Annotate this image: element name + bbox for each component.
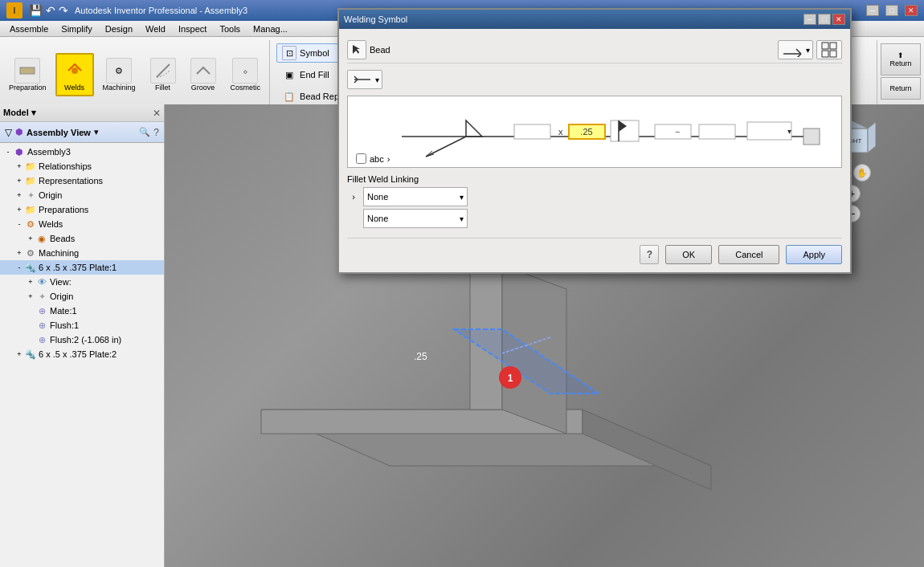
assembly-view-label[interactable]: Assembly View xyxy=(27,128,91,137)
symbol-label: Symbol xyxy=(300,48,329,58)
tree-item-part1[interactable]: - 🔩 6 x .5 x .375 Plate:1 xyxy=(0,260,164,275)
pan-button[interactable]: ✋ xyxy=(853,164,871,182)
tree-item-flush2[interactable]: ⊕ Flush:2 (-1.068 in) xyxy=(0,332,164,347)
help-icon-panel[interactable]: ? xyxy=(153,127,159,138)
model-tree: - ⬢ Assembly3 + 📁 Relationships + 📁 Repr… xyxy=(0,143,164,567)
origin1-label: Origin xyxy=(50,292,73,301)
menu-simplify[interactable]: Simplify xyxy=(55,22,99,35)
flip-tool-btn[interactable]: ▾ xyxy=(347,70,382,89)
svg-rect-0 xyxy=(20,67,35,74)
mate1-expander[interactable] xyxy=(26,306,35,316)
menu-weld[interactable]: Weld xyxy=(139,22,172,35)
cosmetic-button[interactable]: ⬦ Cosmetic xyxy=(225,54,267,96)
ok-button[interactable]: OK xyxy=(665,245,712,264)
assembly3-expander[interactable]: - xyxy=(3,147,13,157)
arrow-tool-btn[interactable]: ▾ xyxy=(778,40,813,59)
tree-item-part2[interactable]: + 🔩 6 x .5 x .375 Plate:2 xyxy=(0,347,164,361)
app-minimize-btn[interactable]: ─ xyxy=(866,5,879,16)
cancel-button[interactable]: Cancel xyxy=(718,245,779,264)
fillet-dropdown-1[interactable]: None ▾ xyxy=(363,187,468,206)
dialog-close-btn[interactable]: ✕ xyxy=(832,14,845,25)
tree-item-assembly3[interactable]: - ⬢ Assembly3 xyxy=(0,145,164,159)
svg-text:x: x xyxy=(558,127,563,137)
preparations-label: Preparations xyxy=(39,205,88,214)
assembly3-label: Assembly3 xyxy=(27,147,71,157)
assembly-view-chevron-icon[interactable]: ▾ xyxy=(94,127,99,137)
dialog-title: Welding Symbol xyxy=(344,14,407,24)
tree-item-relationships[interactable]: + 📁 Relationships xyxy=(0,159,164,173)
svg-rect-38 xyxy=(747,122,791,140)
fillet-row-2-spacer xyxy=(347,212,360,225)
fillet-button[interactable]: Fillet xyxy=(145,54,182,96)
select-tool-btn[interactable] xyxy=(347,40,366,59)
tree-item-beads[interactable]: + ◉ Beads xyxy=(0,231,164,246)
abc-checkbox[interactable] xyxy=(356,153,366,164)
symbol-icon: ⊡ xyxy=(282,46,296,60)
view1-label: View: xyxy=(50,277,72,287)
origin-label: Origin xyxy=(39,190,62,200)
app-maximize-btn[interactable]: □ xyxy=(885,5,898,16)
welds-expander[interactable]: - xyxy=(14,219,24,229)
tree-item-origin[interactable]: + ✦ Origin xyxy=(0,188,164,202)
dialog-minimize-btn[interactable]: ─ xyxy=(803,14,816,25)
flush1-label: Flush:1 xyxy=(50,320,79,330)
menu-design[interactable]: Design xyxy=(99,22,139,35)
dialog-toolbar: Bead ▾ xyxy=(347,37,842,63)
tree-item-view1[interactable]: + 👁 View: xyxy=(0,275,164,289)
return-button[interactable]: Return xyxy=(881,77,921,100)
tree-item-welds[interactable]: - ⚙ Welds xyxy=(0,217,164,231)
undo-icon[interactable]: ↶ xyxy=(46,4,55,17)
beads-expander[interactable]: + xyxy=(26,234,35,243)
apply-button[interactable]: Apply xyxy=(786,245,842,264)
help-button[interactable]: ? xyxy=(640,245,659,264)
flush1-expander[interactable] xyxy=(26,320,35,330)
grid-tool-btn[interactable] xyxy=(816,40,842,59)
tree-item-origin1[interactable]: + ✦ Origin xyxy=(0,289,164,304)
tree-item-mate1[interactable]: ⊕ Mate:1 xyxy=(0,304,164,318)
origin1-expander[interactable]: + xyxy=(26,292,35,301)
representations-icon: 📁 xyxy=(24,174,37,187)
menu-inspect[interactable]: Inspect xyxy=(172,22,213,35)
relationships-expander[interactable]: + xyxy=(14,161,24,171)
menu-assemble[interactable]: Assemble xyxy=(3,22,55,35)
part1-icon: 🔩 xyxy=(24,261,37,274)
weld-symbol-svg: x .25 − ▾ xyxy=(348,96,841,169)
flush1-icon: ⊕ xyxy=(35,319,48,332)
menu-tools[interactable]: Tools xyxy=(213,22,247,35)
groove-button[interactable]: Groove xyxy=(185,54,222,96)
preparations-icon: 📁 xyxy=(24,203,37,216)
tree-item-flush1[interactable]: ⊕ Flush:1 xyxy=(0,318,164,332)
panel-title: Model ▾ xyxy=(3,108,36,118)
origin-expander[interactable]: + xyxy=(14,190,24,200)
mate1-label: Mate:1 xyxy=(50,306,77,316)
groove-icon xyxy=(190,58,216,84)
part1-expander[interactable]: - xyxy=(14,263,24,272)
view1-expander[interactable]: + xyxy=(26,277,35,287)
menu-manage[interactable]: Manag... xyxy=(247,22,294,35)
representations-expander[interactable]: + xyxy=(14,176,24,186)
machining-tree-label: Machining xyxy=(39,248,79,258)
fillet-dropdown-2[interactable]: None ▾ xyxy=(363,209,468,228)
app-close-btn[interactable]: ✕ xyxy=(905,5,918,16)
panel-close-btn[interactable]: ✕ xyxy=(153,108,161,119)
preparation-button[interactable]: Preparation xyxy=(3,54,52,96)
machining-expander[interactable]: + xyxy=(14,248,24,258)
dialog-maximize-btn[interactable]: □ xyxy=(818,14,831,25)
fillet-dropdown-1-value: None xyxy=(367,192,388,202)
welding-symbol-dialog[interactable]: Welding Symbol ─ □ ✕ Bead xyxy=(337,8,852,274)
search-icon[interactable]: 🔍 xyxy=(139,127,150,137)
tree-item-representations[interactable]: + 📁 Representations xyxy=(0,173,164,188)
tree-item-machining[interactable]: + ⚙ Machining xyxy=(0,246,164,260)
welds-button[interactable]: Welds xyxy=(55,53,94,96)
return-up-button[interactable]: ⬆ Return xyxy=(881,43,921,75)
preparations-expander[interactable]: + xyxy=(14,205,24,214)
machining-button[interactable]: ⚙ Machining xyxy=(97,54,141,96)
save-icon[interactable]: 💾 xyxy=(29,4,43,17)
assembly3-icon: ⬢ xyxy=(13,145,26,158)
part2-expander[interactable]: + xyxy=(14,349,24,359)
tree-item-preparations[interactable]: + 📁 Preparations xyxy=(0,202,164,217)
redo-icon[interactable]: ↷ xyxy=(59,4,68,17)
fillet-icon xyxy=(150,58,176,84)
flush2-expander[interactable] xyxy=(26,335,35,345)
svg-text:▾: ▾ xyxy=(787,127,791,136)
